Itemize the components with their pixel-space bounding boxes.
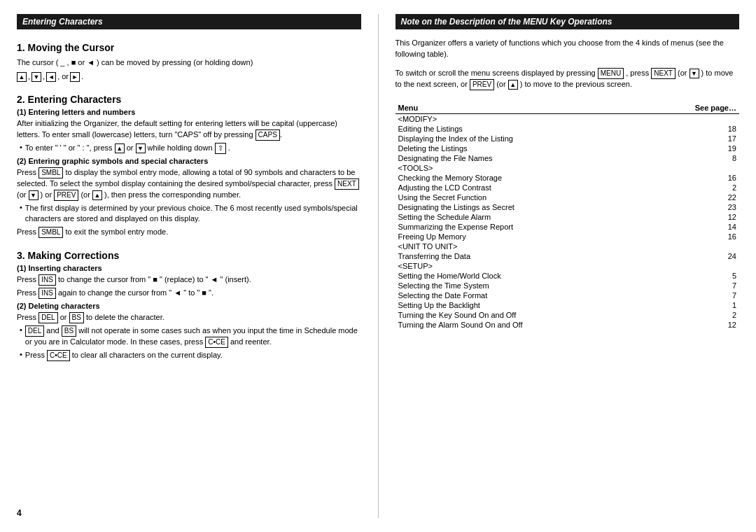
table-row: Summarizing the Expense Report14 [396,222,740,232]
menu-item-page: 2 [648,310,739,320]
section3-sub1-para2: Press INS again to change the cursor fro… [17,288,361,299]
menu-item-label: Deleting the Listings [396,144,648,153]
menu-item-label: Displaying the Index of the Listing [396,134,648,144]
menu-item-label: Using the Secret Function [396,192,648,202]
table-row: Using the Secret Function22 [396,192,740,202]
menu-item-label: Setting the Home/World Clock [396,271,648,281]
smbl-key2: SMBL [38,227,63,238]
menu-item-label: Turning the Key Sound On and Off [396,310,648,320]
table-row: Deleting the Listings19 [396,144,740,153]
menu-item-label: Selecting the Date Format [396,290,648,300]
section-moving-cursor: 1. Moving the Cursor The cursor ( _ , ■ … [17,38,361,84]
section2-heading: 2. Entering Characters [17,94,361,105]
right-arrow-icon: ► [70,72,80,82]
bs-key2: BS [62,326,76,337]
menu-item-page: 7 [648,290,739,300]
col-menu: Menu [396,102,648,114]
menu-item-label: Transferring the Data [396,251,648,261]
table-row: Turning the Alarm Sound On and Off12 [396,320,740,330]
column-divider [378,14,379,518]
down-arrow3-icon: ▼ [690,69,699,78]
up-arrow2-icon: ▲ [92,190,102,200]
down-arrow-icon: ▼ [31,72,41,82]
section-entering-characters: 2. Entering Characters (1) Entering lett… [17,90,361,241]
left-column: Entering Characters 1. Moving the Cursor… [17,14,361,518]
right-intro1: This Organizer offers a variety of funct… [396,38,740,60]
menu-table: Menu See page… <MODIFY>Editing the Listi… [396,102,740,330]
section2-exit-para: Press SMBL to exit the symbol entry mode… [17,227,361,238]
section1-keys: ▲ , ▼ , ◄ , or ► . [17,70,361,84]
cce-key: C•CE [205,337,228,348]
menu-item-page: 16 [648,173,739,183]
menu-item-label: Editing the Listings [396,124,648,134]
menu-item-label: Setting Up the Backlight [396,300,648,310]
prev-key2: PREV [470,79,494,90]
table-row: Displaying the Index of the Listing17 [396,134,740,144]
menu-item-page: 23 [648,202,739,212]
menu-item-page: 18 [648,124,739,134]
menu-item-page: 16 [648,232,739,241]
smbl-key: SMBL [38,167,63,178]
menu-item-label: Designating the File Names [396,153,648,163]
table-row: Designating the Listings as Secret23 [396,202,740,212]
menu-item-page: 14 [648,222,739,232]
ins-key: INS [38,274,56,286]
section-making-corrections: 3. Making Corrections (1) Inserting char… [17,246,361,363]
menu-item-label: <TOOLS> [396,163,648,173]
section1-heading: 1. Moving the Cursor [17,42,361,53]
menu-item-page: 12 [648,212,739,222]
table-row: Setting the Schedule Alarm12 [396,212,740,222]
section3-heading: 3. Making Corrections [17,250,361,261]
shift-key: ⇧ [215,143,226,154]
table-row: <UNIT TO UNIT> [396,241,740,251]
menu-item-label: Turning the Alarm Sound On and Off [396,320,648,330]
table-row: Designating the File Names8 [396,153,740,163]
del-key2: DEL [25,326,44,337]
menu-item-page: 17 [648,134,739,144]
menu-item-page [648,163,739,173]
menu-item-page: 19 [648,144,739,153]
menu-item-label: <MODIFY> [396,113,648,124]
menu-item-page: 5 [648,271,739,281]
table-row: Adjusting the LCD Contrast2 [396,183,740,192]
next-key: NEXT [335,178,359,190]
menu-item-label: Checking the Memory Storage [396,173,648,183]
section3-bullet2: • Press C•CE to clear all characters on … [17,350,361,361]
table-row: Selecting the Date Format7 [396,290,740,300]
next-key2: NEXT [651,68,676,79]
table-row: Selecting the Time System7 [396,281,740,290]
table-row: Setting the Home/World Clock5 [396,271,740,281]
section2-sub2-para1: Press SMBL to display the symbol entry m… [17,167,361,201]
section2-sub1-heading: (1) Entering letters and numbers [17,108,361,116]
table-row: Checking the Memory Storage16 [396,173,740,183]
section3-bullet1: • DEL and BS will not operate in some ca… [17,326,361,348]
menu-item-page: 8 [648,153,739,163]
menu-item-label: Setting the Schedule Alarm [396,212,648,222]
section2-sub1-para: After initializing the Organizer, the de… [17,118,361,141]
up-arrow-icon: ▲ [17,72,27,82]
menu-item-label: <UNIT TO UNIT> [396,241,648,251]
section3-sub1-para1: Press INS to change the cursor from " ■ … [17,274,361,286]
section2-bullet2: • The first display is determined by you… [17,203,361,225]
down-arrow2-icon: ▼ [29,190,38,200]
col-page: See page… [648,102,739,114]
table-row: Transferring the Data24 [396,251,740,261]
section1-para: The cursor ( _ , ■ or ◄ ) can be moved b… [17,56,361,70]
table-row: <SETUP> [396,261,740,271]
table-row: Turning the Key Sound On and Off2 [396,310,740,320]
up-btn-icon: ▲ [115,144,125,153]
section3-sub1-heading: (1) Inserting characters [17,264,361,272]
page-number: 4 [17,503,361,518]
section3-sub2-heading: (2) Deleting characters [17,302,361,310]
menu-item-page: 7 [648,281,739,290]
right-intro2: To switch or scroll the menu screens dis… [396,68,740,90]
right-header: Note on the Description of the MENU Key … [396,14,740,29]
menu-key: MENU [598,68,624,79]
table-row: Editing the Listings18 [396,124,740,134]
menu-item-label: Designating the Listings as Secret [396,202,648,212]
menu-item-label: Adjusting the LCD Contrast [396,183,648,192]
menu-item-label: Selecting the Time System [396,281,648,290]
del-key: DEL [38,312,57,323]
left-header: Entering Characters [17,14,361,29]
right-column: Note on the Description of the MENU Key … [396,14,740,518]
